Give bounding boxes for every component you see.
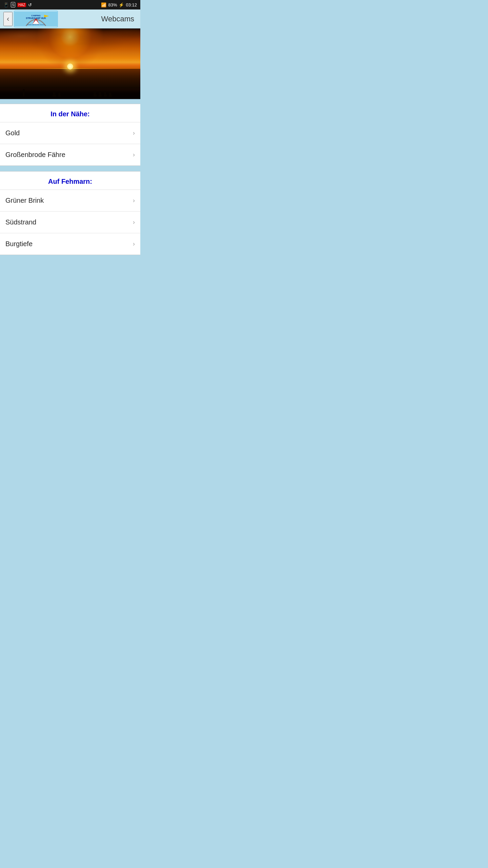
status-icons: 📱 S HAZ ↺ [3, 2, 32, 7]
battery-text: 83% [108, 2, 117, 7]
signal-icon: 📶 [101, 2, 106, 7]
svg-point-13 [94, 91, 96, 94]
svg-text:STRUKKAMP HUK: STRUKKAMP HUK [26, 17, 46, 19]
list-item-label: Südstrand [5, 218, 36, 226]
water-reflection [0, 69, 140, 88]
list-item-label: Grüner Brink [5, 197, 44, 204]
list-item-label: Burgtiefe [5, 240, 33, 248]
list-item-label: Gold [5, 129, 20, 137]
back-button[interactable]: ‹ [3, 12, 13, 26]
content: In der Nähe: Gold › Großenbrode Fähre › … [0, 100, 140, 259]
fehmarn-section: Auf Fehmarn: Grüner Brink › Südstrand › … [0, 171, 140, 255]
list-item[interactable]: Grüner Brink › [0, 190, 140, 211]
svg-point-11 [58, 92, 60, 95]
fehmarn-header: Auf Fehmarn: [0, 172, 140, 190]
sun [67, 63, 73, 70]
haz-icon: HAZ [17, 3, 26, 7]
svg-point-9 [53, 91, 56, 95]
chevron-right-icon: › [133, 240, 135, 248]
list-item[interactable]: Südstrand › [0, 211, 140, 233]
section-gap [0, 167, 140, 170]
svg-point-19 [109, 92, 111, 95]
logo-container: CAMPING STRUKKAMP HUK Urlaub total an de… [14, 11, 58, 27]
svg-point-17 [104, 91, 106, 94]
status-right: 📶 83% ⚡ 03:12 [101, 2, 137, 7]
svg-rect-8 [23, 92, 24, 96]
svg-point-15 [99, 91, 101, 95]
svg-point-7 [23, 89, 25, 92]
status-bar: 📱 S HAZ ↺ 📶 83% ⚡ 03:12 [0, 0, 140, 9]
list-item[interactable]: Burgtiefe › [0, 233, 140, 255]
page-title: Webcams [58, 15, 137, 23]
svg-text:CAMPING: CAMPING [32, 15, 41, 17]
battery-icon: ⚡ [119, 2, 124, 7]
svg-rect-21 [0, 96, 140, 99]
svg-text:Urlaub total an der Ostsee!: Urlaub total an der Ostsee! [27, 24, 45, 25]
silhouettes [0, 86, 140, 99]
refresh-icon: ↺ [28, 2, 32, 7]
list-item[interactable]: Großenbrode Fähre › [0, 144, 140, 165]
nearby-section: In der Nähe: Gold › Großenbrode Fähre › [0, 104, 140, 166]
s-icon: S [11, 2, 15, 7]
chevron-right-icon: › [133, 197, 135, 204]
brand-logo: CAMPING STRUKKAMP HUK Urlaub total an de… [15, 11, 57, 27]
webcam-image [0, 28, 140, 100]
chevron-right-icon: › [133, 219, 135, 226]
nearby-header: In der Nähe: [0, 104, 140, 122]
chevron-right-icon: › [133, 151, 135, 158]
list-item[interactable]: Gold › [0, 122, 140, 144]
chevron-right-icon: › [133, 130, 135, 137]
list-item-label: Großenbrode Fähre [5, 151, 65, 159]
cloud-layer [0, 28, 140, 67]
whatsapp-icon: 📱 [3, 2, 9, 7]
nav-bar: ‹ CAMPING STRUKKAMP HUK Urlaub total an … [0, 9, 140, 28]
clock: 03:12 [126, 2, 137, 7]
